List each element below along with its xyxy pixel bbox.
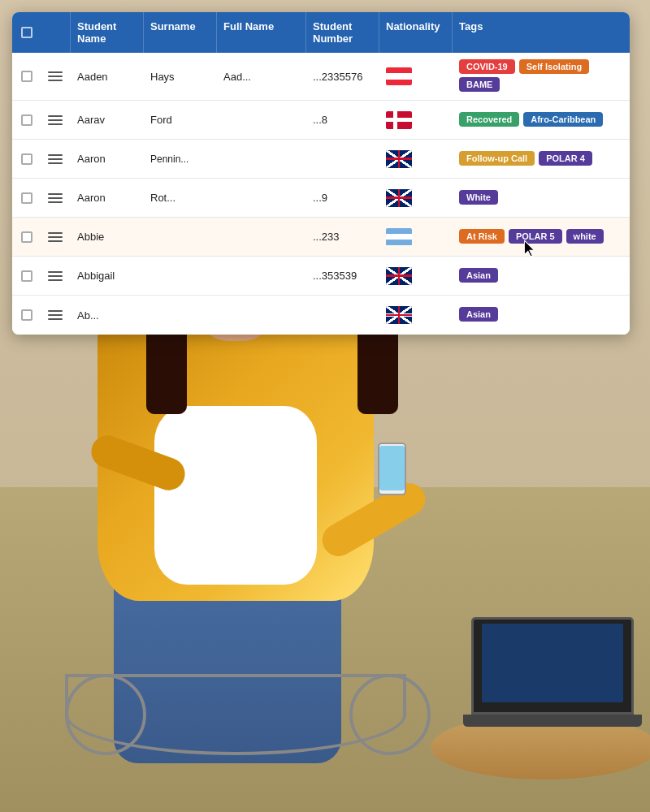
row-menu[interactable] — [41, 304, 71, 326]
laptop-area — [463, 617, 642, 747]
row-menu-icon[interactable] — [48, 310, 63, 320]
nationality-flag — [379, 261, 453, 292]
row-menu[interactable] — [41, 109, 71, 132]
shirt — [154, 406, 317, 585]
row-menu-icon[interactable] — [48, 271, 63, 281]
tag-asian[interactable]: Asian — [459, 268, 498, 283]
flag-argentina — [386, 228, 412, 246]
student-number: ...2335576 — [306, 64, 379, 89]
tags-cell: White — [453, 184, 630, 213]
student-number: ...353539 — [306, 263, 379, 288]
row-menu[interactable] — [41, 226, 71, 248]
surname: Ford — [144, 107, 217, 132]
tag-asian[interactable]: Asian — [459, 307, 498, 322]
student-name: Ab... — [71, 303, 144, 328]
tag-recovered[interactable]: Recovered — [459, 112, 519, 127]
student-number — [306, 153, 379, 166]
nationality-flag — [379, 105, 453, 136]
th-student-number: Student Number — [306, 12, 379, 53]
nationality-flag — [379, 61, 453, 92]
student-name: Aaron — [71, 146, 144, 171]
tags-cell: Asian — [453, 300, 630, 330]
tags-cell: Recovered Afro-Caribbean — [453, 106, 630, 135]
full-name — [217, 270, 306, 283]
student-name: Aarav — [71, 107, 144, 132]
student-number: ...233 — [306, 224, 379, 249]
table-row: Aaden Hays Aad... ...2335576 COVID-19 Se… — [12, 53, 630, 101]
th-tags: Tags — [453, 12, 630, 53]
select-all-checkbox[interactable] — [21, 27, 32, 38]
row-checkbox[interactable] — [12, 303, 41, 327]
th-nationality: Nationality — [379, 12, 453, 53]
student-name: Aaden — [71, 64, 144, 89]
row-menu[interactable] — [41, 265, 71, 287]
row-menu-icon[interactable] — [48, 232, 63, 242]
tag-polar4[interactable]: POLAR 4 — [539, 151, 592, 166]
student-name: Abbie — [71, 224, 144, 249]
row-checkbox[interactable] — [12, 186, 41, 210]
student-number: ...9 — [306, 185, 379, 210]
flag-uk — [386, 267, 412, 285]
table-row: Ab... Asian — [12, 296, 630, 335]
student-name: Abbigail — [71, 263, 144, 288]
row-menu-icon[interactable] — [48, 193, 63, 203]
laptop-base — [463, 715, 642, 727]
surname — [144, 309, 217, 322]
table-row: Aarav Ford ...8 Recovered Afro-Caribbean — [12, 101, 630, 140]
row-menu[interactable] — [41, 65, 71, 88]
phone — [378, 443, 406, 495]
row-menu[interactable] — [41, 187, 71, 209]
row-checkbox[interactable] — [12, 264, 41, 288]
nationality-flag — [379, 144, 453, 175]
tags-cell: COVID-19 Self Isolating BAME — [453, 53, 630, 100]
background-person — [49, 260, 455, 763]
full-name — [217, 192, 306, 205]
row-menu-icon[interactable] — [48, 154, 63, 164]
table-body: Aaden Hays Aad... ...2335576 COVID-19 Se… — [12, 53, 630, 335]
row-menu-icon[interactable] — [48, 115, 63, 125]
laptop-display — [482, 624, 624, 702]
tag-bame[interactable]: BAME — [459, 77, 500, 92]
tag-follow-up[interactable]: Follow-up Call — [459, 151, 535, 166]
th-student-name: Student Name — [71, 12, 144, 53]
row-menu[interactable] — [41, 148, 71, 171]
tag-afro-caribbean[interactable]: Afro-Caribbean — [523, 112, 603, 127]
student-name: Aaron — [71, 185, 144, 210]
tags-cell: At Risk POLAR 5 white Student is at risk… — [453, 222, 630, 252]
tag-polar5[interactable]: POLAR 5 — [509, 229, 562, 244]
flag-uk — [386, 189, 412, 207]
tag-covid[interactable]: COVID-19 — [459, 59, 515, 74]
phone-screen — [379, 446, 405, 490]
table-row: Aaron Pennin... Follow-up Call POLAR 4 — [12, 140, 630, 179]
full-name — [217, 231, 306, 244]
surname: Hays — [144, 64, 217, 89]
data-table: Student Name Surname Full Name Student N… — [12, 12, 630, 335]
tag-self-isolating[interactable]: Self Isolating — [519, 59, 589, 74]
th-full-name: Full Name — [217, 12, 306, 53]
header-checkbox-cell — [12, 12, 41, 53]
student-number: ...8 — [306, 107, 379, 132]
nationality-flag — [379, 183, 453, 214]
row-checkbox[interactable] — [12, 225, 41, 249]
tag-white[interactable]: White — [459, 190, 498, 205]
flag-uk — [386, 306, 412, 324]
row-checkbox[interactable] — [12, 147, 41, 171]
laptop-screen — [471, 617, 634, 715]
tags-cell: Follow-up Call POLAR 4 — [453, 145, 630, 174]
flag-uk — [386, 150, 412, 168]
table-row: Abbie ...233 At Risk POLAR 5 white — [12, 218, 630, 257]
flag-denmark — [386, 111, 412, 129]
wheelchair-wheel-left — [65, 674, 146, 755]
table-row: Abbigail ...353539 Asian — [12, 257, 630, 296]
th-surname: Surname — [144, 12, 217, 53]
surname: Pennin... — [144, 147, 217, 171]
nationality-flag — [379, 222, 453, 253]
tag-white-lowercase[interactable]: white — [566, 229, 604, 244]
surname: Rot... — [144, 185, 217, 210]
row-checkbox[interactable] — [12, 64, 41, 89]
surname — [144, 270, 217, 283]
row-menu-icon[interactable] — [48, 71, 63, 81]
tags-cell: Asian — [453, 261, 630, 291]
row-checkbox[interactable] — [12, 108, 41, 132]
tag-at-risk[interactable]: At Risk — [459, 229, 505, 244]
